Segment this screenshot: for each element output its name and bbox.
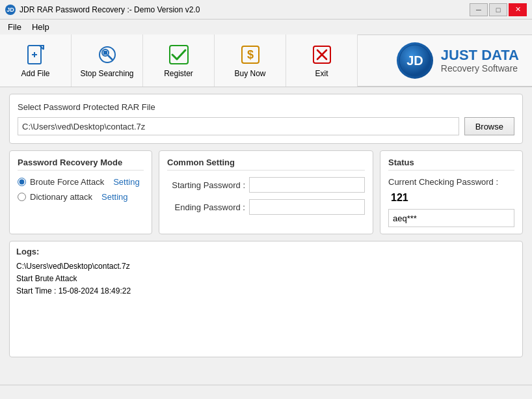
- toolbar: Add File Stop Searching Register $: [0, 35, 532, 87]
- exit-icon: [310, 43, 334, 66]
- brute-force-radio[interactable]: [18, 178, 26, 186]
- register-button[interactable]: Register: [143, 34, 215, 87]
- starting-password-label: Starting Password :: [167, 180, 245, 190]
- common-setting-panel: Common Setting Starting Password : Endin…: [159, 150, 373, 234]
- menu-help[interactable]: Help: [27, 21, 55, 33]
- buy-now-button[interactable]: $ Buy Now: [215, 34, 286, 87]
- maximize-button[interactable]: □: [489, 3, 507, 16]
- dictionary-setting-link[interactable]: Setting: [101, 192, 127, 202]
- brand-sub: Recovery Software: [441, 63, 519, 74]
- buy-now-label: Buy Now: [234, 69, 265, 78]
- logs-title: Logs:: [16, 247, 516, 256]
- main-content: Select Password Protected RAR File Brows…: [0, 87, 532, 364]
- brute-force-label: Broute Force Attack: [30, 177, 104, 187]
- exit-label: Exit: [315, 69, 328, 78]
- stop-searching-button[interactable]: Stop Searching: [72, 34, 143, 87]
- file-path-input[interactable]: [18, 117, 459, 135]
- ending-password-input[interactable]: [249, 199, 365, 215]
- menu-bar: File Help: [0, 20, 532, 35]
- brute-force-setting-link[interactable]: Setting: [113, 177, 139, 187]
- browse-button[interactable]: Browse: [464, 117, 514, 135]
- brand-name: JUST DATA: [441, 48, 519, 63]
- current-value: 121: [388, 191, 514, 205]
- window-controls: ─ □ ✕: [470, 3, 527, 16]
- stop-searching-icon: [96, 43, 119, 66]
- svg-rect-7: [103, 51, 107, 55]
- logs-section: Logs: C:\Users\ved\Desktop\contact.7zSta…: [9, 241, 523, 357]
- app-icon: JD: [5, 5, 16, 15]
- current-checking-label: Current Checking Password :: [388, 177, 514, 187]
- ending-password-row: Ending Password :: [167, 199, 365, 215]
- status-title: Status: [388, 158, 514, 171]
- svg-line-6: [108, 55, 113, 60]
- svg-text:JD: JD: [406, 53, 423, 68]
- add-file-label: Add File: [21, 69, 49, 78]
- password-recovery-title: Password Recovery Mode: [18, 158, 144, 171]
- add-file-icon: [24, 43, 47, 66]
- buy-now-icon: $: [239, 43, 262, 66]
- register-icon: [167, 43, 191, 66]
- password-recovery-panel: Password Recovery Mode Broute Force Atta…: [9, 150, 152, 234]
- menu-file[interactable]: File: [3, 21, 27, 33]
- dictionary-option: Dictionary attack Setting: [18, 192, 144, 202]
- register-label: Register: [164, 69, 193, 78]
- options-row: Password Recovery Mode Broute Force Atta…: [9, 150, 523, 234]
- close-button[interactable]: ✕: [509, 3, 527, 16]
- logs-content: C:\Users\ved\Desktop\contact.7zStart Bru…: [16, 260, 516, 351]
- starting-password-row: Starting Password :: [167, 177, 365, 193]
- dictionary-label: Dictionary attack: [30, 192, 92, 202]
- starting-password-input[interactable]: [249, 177, 365, 193]
- title-bar: JD JDR RAR Password Recovery :- Demo Ver…: [0, 0, 532, 20]
- add-file-button[interactable]: Add File: [0, 34, 72, 87]
- dictionary-radio[interactable]: [18, 193, 26, 201]
- status-bar: [0, 385, 532, 399]
- ending-password-label: Ending Password :: [167, 202, 245, 212]
- brand-area: JD JUST DATA Recovery Software: [358, 42, 532, 79]
- exit-button[interactable]: Exit: [286, 34, 358, 87]
- file-section-label: Select Password Protected RAR File: [18, 102, 514, 112]
- brand-logo: JD: [397, 42, 433, 79]
- stop-searching-label: Stop Searching: [80, 69, 133, 78]
- status-panel: Status Current Checking Password : 121: [380, 150, 523, 234]
- file-input-row: Browse: [18, 117, 514, 135]
- brand-text: JUST DATA Recovery Software: [441, 48, 519, 74]
- common-setting-title: Common Setting: [167, 158, 365, 171]
- svg-text:$: $: [246, 48, 253, 61]
- brute-force-option: Broute Force Attack Setting: [18, 177, 144, 187]
- file-section: Select Password Protected RAR File Brows…: [9, 94, 523, 144]
- checking-input[interactable]: [388, 209, 514, 227]
- window-title: JDR RAR Password Recovery :- Demo Versio…: [20, 5, 470, 14]
- minimize-button[interactable]: ─: [470, 3, 488, 16]
